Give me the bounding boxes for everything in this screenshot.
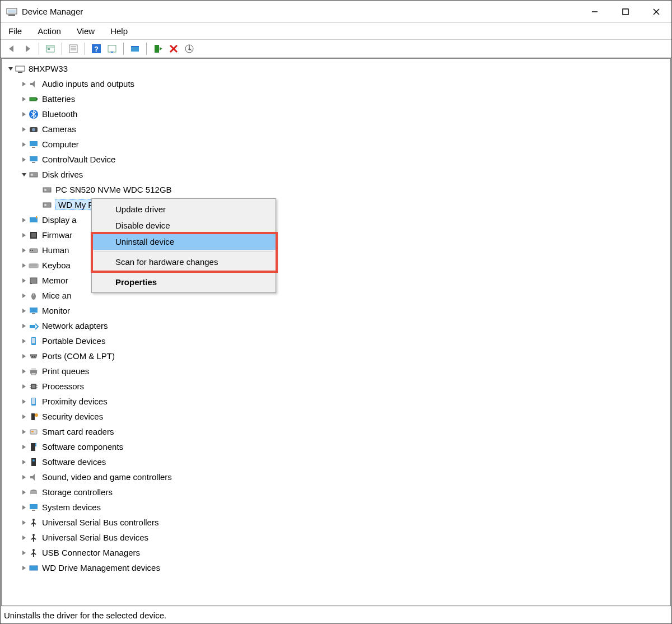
maximize-button[interactable] <box>610 1 641 23</box>
expand-icon[interactable] <box>20 306 29 315</box>
tree-row[interactable]: USB Connector Managers <box>2 545 670 560</box>
tree-row[interactable]: Monitor <box>2 303 670 318</box>
menu-file[interactable]: File <box>6 25 24 37</box>
tree-label[interactable]: Security devices <box>42 412 106 421</box>
tree-row[interactable]: Proximity devices <box>2 394 670 409</box>
update-driver-button[interactable] <box>128 42 142 55</box>
tree-label[interactable]: Human <box>42 245 72 255</box>
expand-icon[interactable] <box>20 443 29 451</box>
tree-label[interactable]: 8HXPW33 <box>29 64 71 73</box>
collapse-icon[interactable] <box>20 170 29 179</box>
expand-icon[interactable] <box>20 473 29 482</box>
tree-label[interactable]: Monitor <box>42 306 73 315</box>
tree-row[interactable]: Ports (COM & LPT) <box>2 348 670 364</box>
show-hide-tree-button[interactable] <box>44 42 57 55</box>
nav-forward-button[interactable] <box>21 42 34 55</box>
expand-icon[interactable] <box>20 518 29 527</box>
tree-row[interactable]: PC SN520 NVMe WDC 512GB <box>2 182 670 197</box>
tree-label[interactable]: Proximity devices <box>42 397 111 406</box>
menu-help[interactable]: Help <box>108 25 130 37</box>
tree-label[interactable]: Software components <box>42 442 127 451</box>
nav-back-button[interactable] <box>5 42 18 55</box>
properties-button[interactable] <box>67 42 80 55</box>
tree-row[interactable]: Security devices <box>2 409 670 424</box>
context-menu-item[interactable]: Disable device <box>92 217 276 234</box>
expand-icon[interactable] <box>20 458 29 467</box>
expand-icon[interactable] <box>20 276 29 285</box>
tree-label[interactable]: Print queues <box>42 366 92 376</box>
tree-row[interactable]: Network adapters <box>2 318 670 333</box>
tree-row[interactable]: Print queues <box>2 364 670 379</box>
tree-label[interactable]: Disk drives <box>42 170 86 179</box>
expand-icon[interactable] <box>20 382 29 391</box>
expand-icon[interactable] <box>20 322 29 330</box>
tree-label[interactable]: Storage controllers <box>42 487 116 497</box>
expand-icon[interactable] <box>20 548 29 557</box>
tree-row[interactable]: Portable Devices <box>2 333 670 348</box>
expand-icon[interactable] <box>20 533 29 542</box>
expand-icon[interactable] <box>20 80 29 89</box>
tree-label[interactable]: Cameras <box>42 124 80 134</box>
expand-icon[interactable] <box>20 125 29 134</box>
tree-label[interactable]: Network adapters <box>42 321 111 330</box>
tree-row[interactable]: WD Drive Management devices <box>2 560 670 575</box>
tree-row[interactable]: Storage controllers <box>2 485 670 500</box>
tree-label[interactable]: PC SN520 NVMe WDC 512GB <box>55 185 175 194</box>
minimize-button[interactable] <box>579 1 610 23</box>
tree-label[interactable]: Software devices <box>42 457 109 467</box>
expand-icon[interactable] <box>20 216 29 225</box>
tree-row[interactable]: Computer <box>2 137 670 152</box>
tree-label[interactable]: Keyboa <box>42 260 74 270</box>
tree-row[interactable]: Smart card readers <box>2 424 670 439</box>
tree-row[interactable]: ControlVault Device <box>2 152 670 167</box>
tree-label[interactable]: Ports (COM & LPT) <box>42 351 118 361</box>
expand-icon[interactable] <box>20 246 29 255</box>
tree-label[interactable]: Memor <box>42 276 72 285</box>
tree-label[interactable]: Bluetooth <box>42 109 81 119</box>
context-menu-item[interactable]: Update driver <box>92 201 276 217</box>
device-tree[interactable]: 8HXPW33Audio inputs and outputsBatteries… <box>1 58 671 606</box>
tree-label[interactable]: Smart card readers <box>42 427 117 436</box>
tree-row[interactable]: Audio inputs and outputs <box>2 76 670 91</box>
expand-icon[interactable] <box>20 231 29 240</box>
tree-label[interactable]: USB Connector Managers <box>42 548 143 557</box>
context-menu-item[interactable]: Properties <box>92 274 276 290</box>
expand-icon[interactable] <box>20 352 29 361</box>
tree-label[interactable]: System devices <box>42 502 104 512</box>
tree-label[interactable]: WD Drive Management devices <box>42 563 164 572</box>
expand-icon[interactable] <box>20 564 29 572</box>
close-button[interactable] <box>641 1 671 23</box>
tree-label[interactable]: Display a <box>42 215 80 225</box>
help-button[interactable]: ? <box>90 42 103 55</box>
expand-icon[interactable] <box>20 140 29 149</box>
tree-row[interactable]: Software devices <box>2 454 670 469</box>
expand-icon[interactable] <box>20 110 29 119</box>
menu-action[interactable]: Action <box>35 25 63 37</box>
expand-icon[interactable] <box>20 488 29 497</box>
expand-icon[interactable] <box>20 261 29 270</box>
tree-label[interactable]: Universal Serial Bus devices <box>42 533 152 542</box>
tree-label[interactable]: Mice an <box>42 291 75 300</box>
expand-icon[interactable] <box>20 397 29 406</box>
tree-label[interactable]: Batteries <box>42 94 78 104</box>
expand-icon[interactable] <box>20 155 29 164</box>
tree-row[interactable]: Universal Serial Bus controllers <box>2 515 670 530</box>
tree-label[interactable]: Audio inputs and outputs <box>42 79 138 89</box>
tree-row[interactable]: Batteries <box>2 91 670 106</box>
expand-icon[interactable] <box>20 337 29 346</box>
expand-icon[interactable] <box>20 291 29 300</box>
tree-row[interactable]: System devices <box>2 500 670 515</box>
menu-view[interactable]: View <box>74 25 97 37</box>
expand-icon[interactable] <box>20 427 29 436</box>
tree-row[interactable]: Disk drives <box>2 167 670 182</box>
tree-row[interactable]: Processors <box>2 379 670 394</box>
expand-icon[interactable] <box>20 367 29 376</box>
tree-label[interactable]: Processors <box>42 381 87 391</box>
tree-row[interactable]: Software components <box>2 439 670 454</box>
tree-label[interactable]: Firmwar <box>42 230 76 240</box>
tree-label[interactable]: ControlVault Device <box>42 155 119 164</box>
tree-row[interactable]: Sound, video and game controllers <box>2 469 670 485</box>
add-legacy-hardware-button[interactable] <box>183 42 196 55</box>
tree-label[interactable]: Portable Devices <box>42 336 109 346</box>
tree-row[interactable]: Cameras <box>2 122 670 137</box>
